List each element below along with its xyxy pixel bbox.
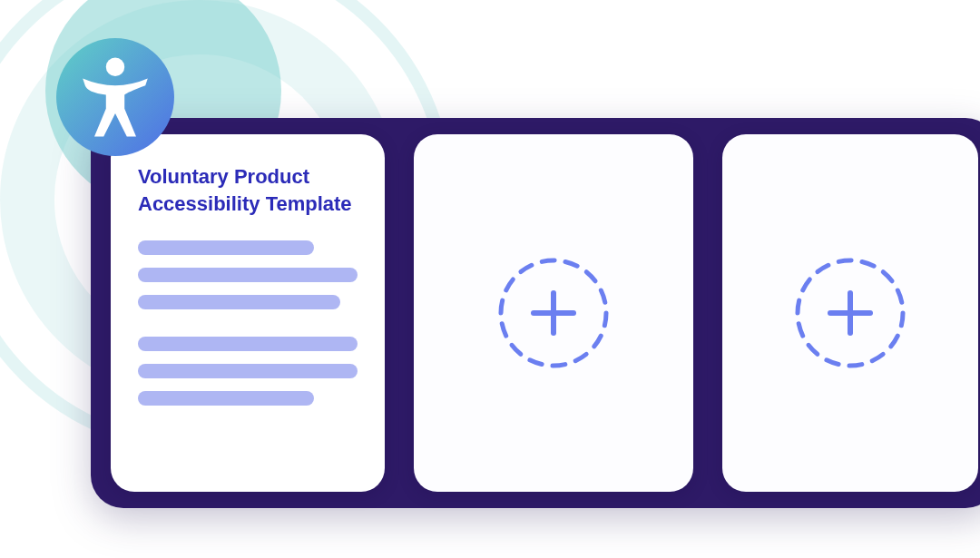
template-card-empty-1[interactable] <box>414 134 693 492</box>
placeholder-line <box>138 337 358 351</box>
add-placeholder[interactable] <box>790 253 910 373</box>
template-card-empty-2[interactable] <box>722 134 978 492</box>
placeholder-lines <box>138 240 358 406</box>
template-card-main[interactable]: Voluntary Product Accessibility Template <box>111 134 385 492</box>
accessibility-icon <box>78 55 152 139</box>
panel-segment-add-2 <box>708 118 980 508</box>
accessibility-badge <box>56 38 174 156</box>
placeholder-line <box>138 391 314 406</box>
placeholder-line <box>138 268 358 282</box>
placeholder-line <box>138 364 358 378</box>
placeholder-line <box>138 240 314 255</box>
panel-segment-add-1 <box>399 118 708 508</box>
template-card-title: Voluntary Product Accessibility Template <box>138 163 358 217</box>
add-placeholder[interactable] <box>494 253 613 373</box>
panel-strip: Voluntary Product Accessibility Template <box>91 118 980 508</box>
panel-segment-main: Voluntary Product Accessibility Template <box>91 118 399 508</box>
placeholder-line <box>138 295 340 309</box>
add-icon <box>790 253 910 373</box>
svg-point-0 <box>106 58 124 76</box>
add-icon <box>494 253 613 373</box>
